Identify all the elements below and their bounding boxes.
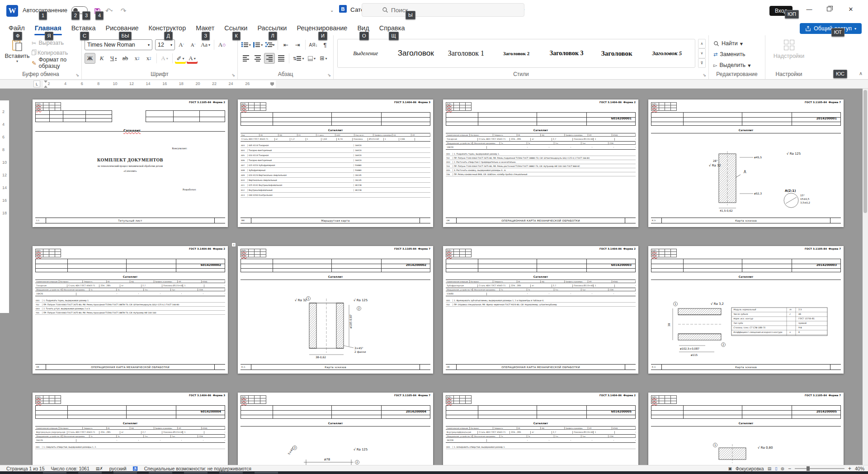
- bold-button[interactable]: Ж: [85, 53, 95, 64]
- clear-formatting-button[interactable]: А◇: [217, 39, 227, 50]
- align-center-button[interactable]: [252, 53, 263, 64]
- style-item-1[interactable]: Заголовок: [392, 49, 439, 58]
- subscript-button[interactable]: x2: [132, 53, 142, 64]
- bullets-button[interactable]: ▾: [241, 39, 251, 50]
- language-indicator[interactable]: русский: [109, 466, 127, 471]
- styles-scroll-down-icon[interactable]: ∨: [698, 48, 706, 58]
- style-item-0[interactable]: Выделение: [342, 50, 389, 57]
- taskbar-tile[interactable]: [184, 472, 208, 474]
- document-page-1[interactable]: ГОСТ 3.1105-84 Форма 2Дубл.Взам.Подл. Са…: [33, 100, 228, 227]
- cut-button[interactable]: ✂Вырезать: [30, 38, 81, 48]
- shrink-font-button[interactable]: Аˇ: [188, 39, 198, 50]
- document-page-12[interactable]: ГОСТ 3.1105-84 Форма 7Дубл.Взам.Подл. 20…: [648, 393, 844, 465]
- page-indicator[interactable]: Страница 1 из 15: [6, 466, 45, 471]
- style-item-6[interactable]: Заголовок 5: [644, 50, 690, 57]
- vertical-ruler[interactable]: 24681012141618: [0, 100, 9, 313]
- scrollbar-thumb[interactable]: [863, 90, 867, 213]
- proofing-icon[interactable]: ▤✗: [96, 466, 103, 471]
- redo-button[interactable]: ↷: [118, 6, 128, 16]
- zoom-out-button[interactable]: −: [788, 465, 791, 472]
- paragraph-dialog-launcher-icon[interactable]: ⇘: [327, 73, 331, 77]
- multilevel-list-button[interactable]: ▾: [264, 39, 275, 50]
- document-canvas[interactable]: 24681012141618 ГОСТ 3.1105-84 Форма 2Дуб…: [0, 89, 868, 465]
- font-size-select[interactable]: 12▾: [155, 39, 175, 50]
- font-family-select[interactable]: Times New Roman▾: [85, 39, 152, 50]
- grow-font-button[interactable]: Аˆ: [176, 39, 187, 50]
- document-page-6[interactable]: ГОСТ 3.1105-84 Форма 7Дубл.Взам.Подл. 20…: [238, 246, 433, 374]
- paste-button[interactable]: Вставить ▾: [5, 39, 30, 68]
- word-logo-icon[interactable]: W: [6, 5, 18, 17]
- word-count[interactable]: Число слов: 1061: [51, 466, 90, 471]
- restore-button[interactable]: [819, 0, 839, 18]
- document-page-7[interactable]: ГОСТ 3.1404-86 Форма 2Дубл.Взам.Подл. 60…: [443, 246, 638, 374]
- zoom-slider-thumb[interactable]: [807, 466, 810, 471]
- styles-more-icon[interactable]: ⊽: [698, 58, 706, 68]
- read-mode-icon[interactable]: ▤: [768, 466, 772, 471]
- style-item-5[interactable]: Заголовок: [594, 50, 640, 57]
- close-button[interactable]: ✕: [841, 0, 861, 18]
- font-color-button[interactable]: А▾: [187, 53, 198, 64]
- font-dialog-launcher-icon[interactable]: ⇘: [231, 73, 235, 77]
- line-spacing-button[interactable]: ⇅▾: [292, 53, 305, 64]
- replace-button[interactable]: ⇄ Заменить: [709, 49, 765, 60]
- addins-button[interactable]: Надстройки: [765, 40, 812, 59]
- tab-selector[interactable]: L: [33, 81, 40, 87]
- qat-customize-icon[interactable]: ⌄: [330, 8, 334, 13]
- zoom-level[interactable]: 40%: [855, 466, 864, 471]
- underline-button[interactable]: Ч▾: [108, 53, 119, 64]
- select-button[interactable]: ▻ Выделить▾: [709, 60, 765, 71]
- document-page-11[interactable]: ГОСТ 3.1404-86 Форма 2Дубл.Взам.Подл. 60…: [443, 393, 638, 465]
- superscript-button[interactable]: x2: [143, 53, 154, 64]
- clipboard-dialog-launcher-icon[interactable]: ⇘: [75, 73, 79, 77]
- taskbar-tile[interactable]: [43, 472, 66, 474]
- zoom-slider[interactable]: [795, 468, 844, 469]
- table-move-handle-icon[interactable]: +: [231, 242, 236, 247]
- justify-button[interactable]: [276, 53, 287, 64]
- show-marks-button[interactable]: ¶: [320, 39, 330, 50]
- style-item-3[interactable]: Заголовок 2: [493, 51, 539, 56]
- document-page-5[interactable]: ГОСТ 3.1404-86 Форма 2Дубл.Взам.Подл. 60…: [33, 246, 228, 374]
- share-button[interactable]: Общий доступ ▾: [800, 23, 862, 34]
- decrease-indent-button[interactable]: ⇤: [280, 39, 291, 50]
- document-page-9[interactable]: ГОСТ 3.1404-86 Форма 3Дубл.Взам.Подл. 60…: [33, 393, 228, 465]
- right-indent-marker[interactable]: [270, 82, 274, 86]
- minimize-button[interactable]: —: [799, 0, 819, 18]
- accessibility-status[interactable]: Специальные возможности: не поддерживают…: [144, 466, 251, 471]
- document-page-10[interactable]: ГОСТ 3.1105-84 Форма 7Дубл.Взам.Подл. 20…: [238, 393, 433, 465]
- document-page-8[interactable]: ГОСТ 3.1105-84 Форма 7Дубл.Взам.Подл. 20…: [648, 246, 844, 374]
- styles-scroll-up-icon[interactable]: ∧: [698, 39, 706, 48]
- taskbar-tile[interactable]: [78, 472, 102, 474]
- document-page-4[interactable]: ГОСТ 3.1105-84 Форма 7Дубл.Взам.Подл. 20…: [648, 100, 844, 227]
- style-item-4[interactable]: Заголовок 3: [543, 50, 590, 57]
- hanging-indent-marker[interactable]: [44, 85, 47, 88]
- taskbar-tile[interactable]: [255, 472, 278, 474]
- styles-dialog-launcher-icon[interactable]: ⇘: [703, 73, 706, 77]
- document-page-2[interactable]: ГОСТ 3.1404-86 Форма 3Дубл.Взам.Подл. Са…: [238, 100, 433, 227]
- text-effects-button[interactable]: А▾: [159, 53, 170, 64]
- horizontal-ruler[interactable]: L 2468101214161820222426: [0, 80, 868, 89]
- zoom-in-button[interactable]: +: [848, 465, 851, 472]
- vertical-scrollbar[interactable]: [863, 89, 868, 465]
- change-case-button[interactable]: Аа▾: [199, 39, 212, 50]
- search-input[interactable]: Поиск: [362, 3, 524, 17]
- taskbar-tile[interactable]: [219, 472, 243, 474]
- first-line-indent-marker[interactable]: [44, 81, 47, 83]
- print-layout-icon[interactable]: ▯: [775, 466, 777, 471]
- collapse-ribbon-icon[interactable]: ∧: [859, 71, 863, 76]
- web-layout-icon[interactable]: ◍: [781, 466, 784, 471]
- focus-mode-button[interactable]: Фокусировка: [736, 466, 764, 471]
- document-page-3[interactable]: ГОСТ 3.1404-86 Форма 2Дубл.Взам.Подл. 60…: [443, 100, 638, 227]
- taskbar-tile[interactable]: [149, 472, 172, 474]
- undo-button[interactable]: ↶▾: [104, 6, 114, 16]
- align-right-button[interactable]: [264, 53, 275, 64]
- find-button[interactable]: Найти▾: [709, 38, 765, 49]
- borders-button[interactable]: ⊞▾: [318, 53, 329, 64]
- format-painter-button[interactable]: ✎Формат по образцу: [30, 58, 81, 68]
- highlight-color-button[interactable]: ✐▾: [175, 53, 186, 64]
- numbering-button[interactable]: ▾: [252, 39, 263, 50]
- italic-button[interactable]: К: [96, 53, 107, 64]
- shading-button[interactable]: ▾: [306, 53, 317, 64]
- strikethrough-button[interactable]: ab: [120, 53, 131, 64]
- taskbar-tile[interactable]: [113, 472, 137, 474]
- increase-indent-button[interactable]: ⇥: [292, 39, 303, 50]
